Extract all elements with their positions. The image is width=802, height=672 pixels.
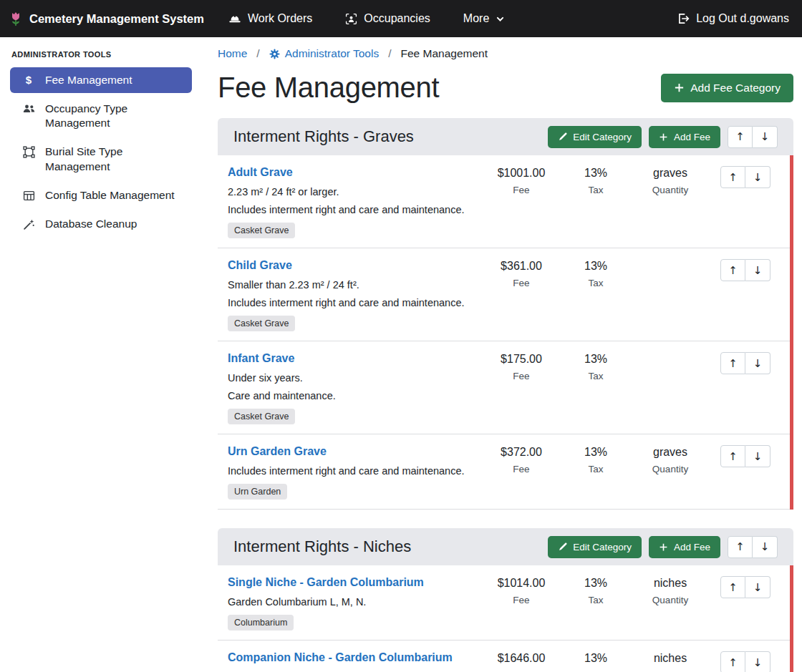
tax-amount: 13% (559, 652, 633, 665)
sidebar-item-label: Fee Management (45, 73, 132, 87)
add-fee-button[interactable]: Add Fee (649, 126, 720, 148)
fee-name-link[interactable]: Adult Grave (228, 166, 293, 179)
fee-amount: $361.00 (484, 260, 559, 273)
top-navbar: Cemetery Management System Work Orders (0, 0, 802, 37)
fee-name-link[interactable]: Single Niche - Garden Columbarium (228, 576, 424, 589)
move-category-up-button[interactable]: ↑ (728, 126, 753, 148)
tax-cell: 13% Tax (559, 352, 633, 381)
fee-desc-1: Includes interment right and care and ma… (228, 465, 477, 477)
tax-cell: 13% Tax (559, 259, 633, 288)
breadcrumb-admin-tools-link[interactable]: Administrator Tools (269, 47, 380, 60)
table-icon (21, 190, 36, 202)
quantity-cell (633, 352, 707, 353)
move-fee-down-button[interactable]: ↓ (745, 259, 770, 281)
category-title: Interment Rights - Graves (233, 127, 414, 146)
fee-row: Adult Grave 2.23 m² / 24 ft² or larger. … (218, 155, 793, 248)
fee-category-card: Interment Rights - Graves Edit Category … (218, 118, 793, 510)
category-list: Interment Rights - Graves Edit Category … (218, 118, 793, 672)
tulip-logo-icon (9, 11, 23, 26)
fee-info: Infant Grave Under six years. Care and m… (228, 352, 484, 424)
move-fee-down-button[interactable]: ↓ (745, 352, 770, 374)
plus-icon (659, 132, 668, 142)
quantity-cell (633, 259, 707, 260)
move-fee-up-button[interactable]: ↑ (720, 445, 745, 467)
tax-label: Tax (559, 464, 633, 474)
sidebar-item-burial-site-type-management[interactable]: Burial Site Type Management (10, 139, 192, 179)
fee-name-link[interactable]: Urn Garden Grave (228, 445, 327, 458)
logout-label: Log Out d.gowans (696, 12, 789, 25)
fee-badge: Columbarium (228, 615, 294, 630)
add-fee-category-button[interactable]: Add Fee Category (661, 74, 793, 102)
fee-category-card: Interment Rights - Niches Edit Category … (218, 528, 793, 672)
nav-work-orders-label: Work Orders (248, 12, 312, 25)
quantity-unit: niches (633, 577, 707, 590)
quantity-label: Quantity (633, 595, 707, 605)
move-category-up-button[interactable]: ↑ (728, 536, 753, 558)
sidebar-item-fee-management[interactable]: $ Fee Management (10, 67, 192, 93)
fee-name-link[interactable]: Infant Grave (228, 352, 294, 365)
sidebar-heading: ADMINISTRATOR TOOLS (11, 50, 192, 59)
category-body: Adult Grave 2.23 m² / 24 ft² or larger. … (218, 155, 793, 510)
tax-amount: 13% (559, 577, 633, 590)
move-fee-up-button[interactable]: ↑ (720, 166, 745, 188)
logout-button[interactable]: Log Out d.gowans (677, 12, 789, 25)
fee-move-controls: ↑ ↓ (712, 651, 779, 672)
breadcrumb-admin-tools-label: Administrator Tools (285, 47, 380, 60)
move-fee-up-button[interactable]: ↑ (720, 352, 745, 374)
fee-badge: Urn Garden (228, 484, 287, 500)
edit-category-button[interactable]: Edit Category (548, 126, 642, 148)
app-title: Cemetery Management System (29, 12, 204, 26)
move-category-down-button[interactable]: ↓ (753, 536, 778, 558)
tax-label: Tax (559, 278, 633, 288)
nav-more[interactable]: More (463, 12, 505, 25)
move-fee-down-button[interactable]: ↓ (745, 651, 770, 672)
admin-tools-sidebar: ADMINISTRATOR TOOLS $ Fee Management Occ… (0, 37, 200, 672)
move-category-down-button[interactable]: ↓ (753, 126, 778, 148)
move-fee-up-button[interactable]: ↑ (720, 651, 745, 672)
edit-category-label: Edit Category (573, 132, 632, 142)
breadcrumb-home-link[interactable]: Home (218, 47, 247, 60)
sidebar-item-config-table-management[interactable]: Config Table Management (10, 182, 192, 208)
edit-category-button[interactable]: Edit Category (548, 536, 642, 558)
tax-amount: 13% (559, 446, 633, 459)
add-fee-button[interactable]: Add Fee (649, 536, 720, 558)
sidebar-item-label: Config Table Management (45, 188, 175, 203)
fee-cell: $1646.00 Fee (484, 651, 559, 672)
fee-name-link[interactable]: Child Grave (228, 259, 292, 272)
tax-cell: 13% Tax (559, 576, 633, 605)
fee-desc-1: 2.23 m² / 24 ft² or larger. (228, 186, 477, 198)
quantity-cell: niches Quantity (633, 576, 707, 605)
fee-desc-2: Care and maintenance. (228, 390, 477, 401)
fee-name-link[interactable]: Companion Niche - Garden Columbarium (228, 651, 453, 664)
fee-row: Companion Niche - Garden Columbarium Gar… (218, 641, 793, 672)
edit-category-label: Edit Category (573, 542, 632, 552)
nav-occupancies[interactable]: Occupancies (345, 12, 430, 25)
magic-wand-icon (21, 218, 36, 230)
nav-work-orders[interactable]: Work Orders (228, 12, 312, 25)
fee-row: Single Niche - Garden Columbarium Garden… (218, 565, 793, 641)
move-fee-down-button[interactable]: ↓ (745, 445, 770, 467)
add-fee-label: Add Fee (674, 132, 710, 142)
tax-cell: 13% Tax (559, 166, 633, 195)
move-fee-up-button[interactable]: ↑ (720, 259, 745, 281)
move-fee-up-button[interactable]: ↑ (720, 576, 745, 598)
quantity-label: Quantity (633, 464, 707, 474)
fee-amount: $372.00 (484, 446, 559, 459)
sidebar-item-occupancy-type-management[interactable]: Occupancy Type Management (10, 96, 192, 136)
fee-desc-1: Under six years. (228, 372, 477, 384)
plus-icon (659, 542, 668, 552)
app-brand[interactable]: Cemetery Management System (9, 11, 204, 26)
fee-row: Child Grave Smaller than 2.23 m² / 24 ft… (218, 248, 793, 341)
fee-label: Fee (484, 464, 559, 474)
breadcrumb: Home / Administrator Tool (218, 47, 793, 60)
move-fee-down-button[interactable]: ↓ (745, 576, 770, 598)
fee-desc-1: Garden Columbarium L, M, N. (228, 596, 477, 608)
chevron-down-icon (496, 14, 505, 24)
tax-label: Tax (559, 595, 633, 605)
main-content: Home / Administrator Tool (200, 37, 802, 672)
sidebar-item-database-cleanup[interactable]: Database Cleanup (10, 211, 192, 237)
category-header: Interment Rights - Graves Edit Category … (218, 118, 793, 155)
fee-amount: $175.00 (484, 353, 559, 366)
fee-label: Fee (484, 185, 559, 195)
move-fee-down-button[interactable]: ↓ (745, 166, 770, 188)
